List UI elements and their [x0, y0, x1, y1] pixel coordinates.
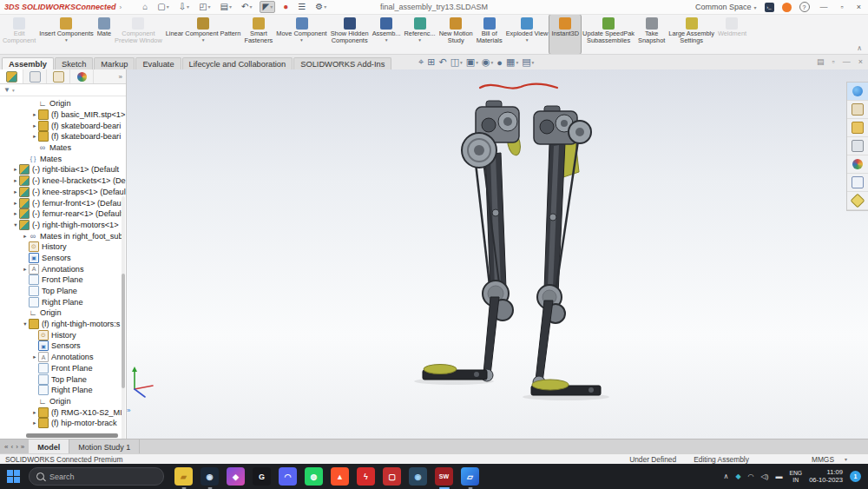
tree-item[interactable]: ▸ Annotations [0, 352, 126, 363]
dropdown-caret-icon[interactable]: ▾ [187, 2, 189, 12]
performance-icon[interactable]: ● [281, 2, 290, 12]
dropdown-caret-icon[interactable]: ▾ [476, 60, 478, 65]
commandmanager-pin-icon[interactable]: ▤ [817, 57, 825, 66]
expand-arrow-icon[interactable]: ▾ [22, 320, 29, 327]
update-speedpak-button[interactable]: Update SpeedPak Subassemblies [581, 15, 636, 54]
window-minimize-icon[interactable]: — [843, 57, 851, 66]
minimize-button[interactable]: — [818, 3, 831, 11]
expand-arrow-icon[interactable]: ▸ [12, 200, 19, 207]
dropdown-caret-icon[interactable]: ▾ [249, 2, 252, 12]
file-explorer-icon[interactable]: ▰ [174, 467, 193, 486]
expand-arrow-icon[interactable]: ▸ [31, 409, 38, 416]
edit-appearance-icon[interactable]: ● [496, 57, 503, 68]
tree-item[interactable]: ▸ Mates in right_foot_sub [0, 230, 126, 241]
configurationmanager-tab[interactable] [47, 69, 70, 83]
expand-arrow-icon[interactable]: ▸ [12, 166, 19, 173]
graphics-viewport[interactable] [0, 69, 868, 439]
expand-arrow-icon[interactable]: ▸ [31, 420, 38, 426]
expand-arrow-icon[interactable]: ▸ [31, 111, 38, 118]
zoom-to-fit-icon[interactable]: ⌖ [418, 56, 424, 68]
tab-scroll-arrow-icon[interactable]: › [16, 443, 18, 451]
ribbon-tab[interactable]: Evaluate [135, 57, 181, 70]
settings-icon[interactable]: ⚙ ▾ [313, 2, 328, 12]
section-view-icon[interactable]: ◫ ▾ [450, 56, 463, 68]
tree-item[interactable]: ▸ (-) femur-rear<1> (Default [0, 208, 126, 220]
tree-item[interactable]: ▸ (f) skateboard-beari [0, 131, 126, 142]
exoskeleton-legs-model[interactable] [126, 69, 868, 439]
clock[interactable]: 11:09 06-10-2023 [809, 469, 843, 484]
tree-item[interactable]: ▸ (f) hip-motor-brack [0, 418, 126, 429]
dropdown-caret-icon[interactable]: ▾ [418, 37, 421, 43]
expand-arrow-icon[interactable]: ▸ [12, 188, 19, 195]
steam-icon[interactable]: ◉ [201, 467, 219, 486]
ribbon-tab[interactable]: Assembly [2, 57, 54, 70]
appearances-scenes-icon[interactable] [847, 155, 868, 174]
taskbar-search[interactable]: Search [29, 467, 164, 486]
lightning-app-icon[interactable]: ϟ [357, 467, 375, 486]
close-button[interactable]: × [854, 3, 864, 11]
tree-item[interactable]: ▸ (f) skateboard-beari [0, 120, 126, 131]
tree-item[interactable]: ▸ (f) RMG-X10-S2_MII [0, 406, 126, 418]
dropdown-caret-icon[interactable]: ▾ [65, 37, 68, 43]
battery-icon[interactable]: ▬ [775, 472, 782, 480]
tree-item[interactable]: Front Plane [0, 363, 126, 374]
show-hidden-components-button[interactable]: Show Hidden Components [329, 15, 371, 54]
ribbon-tab[interactable]: SOLIDWORKS Add-Ins [293, 57, 391, 70]
appearances-tab[interactable] [70, 69, 94, 83]
solidworks-icon[interactable]: SW [435, 467, 453, 486]
user-avatar[interactable] [782, 3, 792, 12]
dropdown-caret-icon[interactable]: ▾ [532, 60, 535, 65]
large-assembly-settings-button[interactable]: Large Assembly Settings [667, 15, 716, 54]
tree-item[interactable]: ▸ Annotations [0, 263, 126, 274]
display-style-icon[interactable]: ▣ ▾ [466, 56, 478, 68]
ribbon-tab[interactable]: Markup [94, 57, 135, 70]
security-shield-icon[interactable]: ◆ [735, 472, 740, 480]
home-icon[interactable]: ⌂ [141, 2, 149, 12]
threedexperience-icon[interactable] [847, 83, 868, 101]
exploded-view-button[interactable]: Exploded View ▾ [504, 15, 550, 54]
instant3d-button[interactable]: Instant3D [549, 15, 581, 54]
view-settings-icon[interactable]: ▤ ▾ [522, 56, 534, 68]
expand-arrow-icon[interactable]: ▸ [31, 133, 38, 140]
media-app-icon[interactable]: ▢ [383, 467, 401, 486]
zoom-to-area-icon[interactable]: ⊞ [427, 56, 435, 68]
save-icon[interactable]: ◰ ▾ [197, 2, 212, 12]
tree-item[interactable]: Sensors [0, 340, 126, 352]
tree-horizontal-scrollbar[interactable] [26, 433, 118, 438]
whatsapp-icon[interactable]: ◍ [305, 467, 323, 486]
expand-arrow-icon[interactable]: ▸ [12, 210, 19, 217]
window-restore-icon[interactable]: ▫ [832, 57, 835, 66]
dropdown-caret-icon[interactable]: ▾ [208, 2, 211, 12]
dropdown-caret-icon[interactable]: ▾ [167, 2, 169, 12]
dropdown-caret-icon[interactable]: ▾ [300, 37, 303, 43]
move-component-button[interactable]: Move Component ▾ [274, 15, 328, 54]
propertymanager-tab[interactable] [23, 69, 47, 83]
expand-arrow-icon[interactable]: ▸ [31, 354, 38, 360]
take-snapshot-button[interactable]: Take Snapshot [636, 15, 667, 54]
document-tab[interactable]: Model [29, 439, 69, 454]
language-indicator[interactable]: ENG IN [789, 470, 802, 483]
dropdown-caret-icon[interactable]: ▾ [526, 37, 529, 43]
restore-button[interactable]: ▫ [838, 3, 846, 11]
dropdown-caret-icon[interactable]: ▾ [460, 60, 463, 65]
window-close-icon[interactable]: × [858, 57, 863, 66]
document-tab[interactable]: Motion Study 1 [69, 439, 140, 454]
expand-arrow-icon[interactable]: ▾ [12, 221, 19, 228]
wifi-icon[interactable]: ◠ [748, 472, 754, 480]
hide-show-items-icon[interactable]: ◉ ▾ [482, 56, 493, 68]
tree-item[interactable]: Sensors [0, 253, 126, 264]
steam-link-icon[interactable]: ◉ [409, 467, 427, 486]
view-palette-icon[interactable] [847, 137, 868, 155]
dropdown-caret-icon[interactable]: ▾ [202, 37, 205, 43]
dropdown-caret-icon[interactable]: ▾ [324, 2, 326, 12]
tree-item[interactable]: ▸ (-) right-tibia<1> (Default [0, 164, 126, 175]
dropdown-caret-icon[interactable]: ▾ [229, 2, 232, 12]
custom-properties-icon[interactable] [847, 174, 868, 192]
tree-item[interactable]: Mates [0, 142, 126, 154]
bill-of-materials-button[interactable]: Bill of Materials [475, 15, 504, 54]
tab-scroll-arrow-icon[interactable]: » [21, 443, 24, 451]
file-explorer-icon[interactable] [847, 119, 868, 137]
apply-scene-icon[interactable]: ▦ ▾ [506, 56, 518, 68]
design-library-icon[interactable] [847, 101, 868, 119]
volume-icon[interactable]: ◁) [761, 472, 769, 480]
